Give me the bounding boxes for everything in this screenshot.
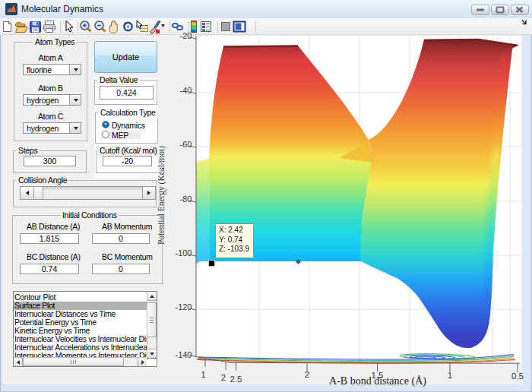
svg-text:1: 1 [201,370,205,379]
svg-text:-40: -40 [180,86,192,95]
svg-text:2: 2 [305,370,309,379]
svg-text:-60: -60 [180,140,192,149]
svg-text:-120: -120 [175,302,192,311]
svg-text:Z: -103.9: Z: -103.9 [219,245,249,253]
svg-text:2.5: 2.5 [230,375,242,384]
svg-text:A-B bond distance (Å): A-B bond distance (Å) [329,375,426,387]
svg-text:Y: 0.74: Y: 0.74 [219,236,243,244]
svg-text:-80: -80 [180,194,192,204]
svg-text:-140: -140 [175,350,192,359]
svg-text:X: 2.42: X: 2.42 [219,226,243,234]
svg-text:2: 2 [221,373,226,382]
svg-text:1: 1 [448,371,452,380]
svg-text:0.5: 0.5 [511,371,524,381]
svg-text:-100: -100 [175,248,192,258]
